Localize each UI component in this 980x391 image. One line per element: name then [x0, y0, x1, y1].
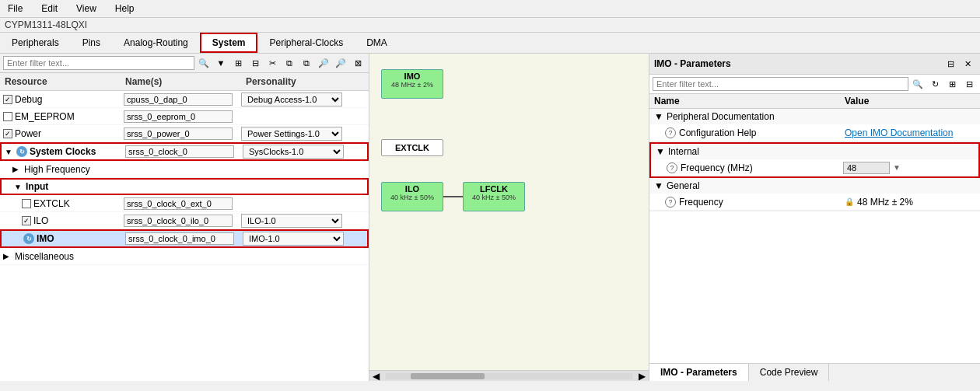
right-filter-refresh-icon[interactable]: ↻: [927, 76, 943, 92]
tree-row-debug: Debug Debug Access-1.0: [0, 91, 369, 108]
resource-input: ▼ Input: [2, 181, 122, 192]
checkbox-em-eeprom[interactable]: [3, 112, 12, 121]
expand-system-clocks[interactable]: ▼: [5, 148, 14, 156]
h-scrollbar[interactable]: ◀ ▶: [369, 370, 649, 381]
help-icon-gen-frequency[interactable]: ?: [665, 197, 676, 208]
toolbar-btn-5[interactable]: ⧉: [299, 55, 314, 71]
help-icon-frequency-mhz[interactable]: ?: [667, 162, 677, 173]
expand-high-frequency[interactable]: ▶: [12, 165, 22, 173]
tree-body: Debug Debug Access-1.0 EM_EEPROM: [0, 91, 369, 381]
lfclk-box-sub: 40 kHz ± 50%: [465, 194, 523, 201]
tab-dma[interactable]: DMA: [355, 33, 399, 52]
right-filter-input[interactable]: [653, 77, 908, 91]
param-label-config-help: Configuration Help: [679, 127, 756, 138]
right-panel: IMO - Parameters ⊟ ✕ 🔍 ↻ ⊞ ⊟ Name Value …: [649, 54, 980, 381]
toolbar-btn-6[interactable]: 🔎: [316, 55, 331, 71]
param-value-frequency-mhz: ▼: [838, 160, 978, 176]
right-filter-expand-icon[interactable]: ⊞: [944, 76, 960, 92]
right-panel-btn-2[interactable]: ✕: [960, 56, 975, 72]
bottom-tab-bar: IMO - Parameters Code Preview: [649, 363, 980, 381]
menu-view[interactable]: View: [72, 2, 101, 16]
section-header-general[interactable]: ▼ General: [649, 178, 980, 194]
personality-select-power[interactable]: Power Settings-1.0: [241, 127, 342, 141]
menu-help[interactable]: Help: [110, 2, 139, 16]
menu-edit[interactable]: Edit: [37, 2, 62, 16]
personality-select-debug[interactable]: Debug Access-1.0: [241, 93, 342, 106]
tree-row-imo[interactable]: ↻ IMO IMO-1.0: [0, 229, 369, 248]
frequency-dropdown-arrow[interactable]: ▼: [893, 163, 901, 172]
menu-file[interactable]: File: [3, 2, 27, 16]
toolbar-btn-7[interactable]: 🔎: [333, 55, 348, 71]
tree-header: Resource Name(s) Personality: [0, 73, 369, 91]
name-input-debug[interactable]: [124, 93, 233, 106]
resource-imo: ↻ IMO: [2, 233, 122, 244]
resource-debug: Debug: [0, 94, 121, 105]
checkbox-ilo[interactable]: [22, 216, 31, 225]
h-scroll-thumb[interactable]: [411, 373, 485, 379]
filter-options-btn[interactable]: ▼: [213, 55, 229, 71]
ilo-clock-box: ILO 40 kHz ± 50%: [381, 182, 443, 211]
tab-peripheral-clocks[interactable]: Peripheral-Clocks: [257, 33, 355, 52]
label-extclk: EXTCLK: [33, 198, 70, 209]
personality-select-system-clocks[interactable]: SysClocks-1.0: [243, 145, 344, 159]
tree-row-input: ▼ Input: [0, 178, 369, 195]
expand-miscellaneous[interactable]: ▶: [3, 252, 12, 260]
name-input-power[interactable]: [124, 127, 233, 140]
tree-row-power: Power Power Settings-1.0: [0, 125, 369, 142]
tree-row-ilo: ILO ILO-1.0: [0, 212, 369, 229]
resource-power: Power: [0, 128, 121, 139]
filter-icon-btn[interactable]: 🔍: [196, 55, 212, 71]
ilo-lfclk-connector: [443, 196, 463, 197]
tab-pins[interactable]: Pins: [71, 33, 112, 52]
right-filter-search-icon[interactable]: 🔍: [910, 76, 926, 92]
tree-row-em-eeprom: EM_EEPROM: [0, 108, 369, 125]
param-value-config-help: Open IMO Documentation: [840, 126, 980, 140]
tab-system[interactable]: System: [200, 33, 258, 53]
resource-miscellaneous: ▶ Miscellaneous: [0, 251, 121, 262]
extclk-clock-box: EXTCLK: [381, 139, 443, 156]
left-filter-input[interactable]: [3, 56, 194, 70]
help-icon-config-help[interactable]: ?: [665, 127, 676, 138]
toolbar-btn-3[interactable]: ✂: [264, 55, 280, 71]
right-panel-btn-1[interactable]: ⊟: [943, 56, 958, 72]
col-resource: Resource: [0, 75, 121, 89]
resource-system-clocks: ▼ ↻ System Clocks: [2, 146, 122, 157]
name-input-extclk[interactable]: [124, 197, 233, 210]
expand-input[interactable]: ▼: [14, 183, 23, 191]
title-bar: CYPM1311-48LQXI: [0, 18, 980, 33]
open-imo-doc-link[interactable]: Open IMO Documentation: [845, 127, 953, 138]
scroll-left-arrow[interactable]: ◀: [369, 371, 383, 382]
tab-analog-routing[interactable]: Analog-Routing: [112, 33, 200, 52]
checkbox-power[interactable]: [3, 129, 12, 138]
scroll-right-arrow[interactable]: ▶: [635, 371, 649, 382]
resource-em-eeprom: EM_EEPROM: [0, 111, 121, 122]
toolbar-btn-2[interactable]: ⊟: [247, 55, 263, 71]
personality-select-imo[interactable]: IMO-1.0: [243, 232, 344, 246]
lfclk-clock-box: LFCLK 40 kHz ± 50%: [463, 182, 525, 211]
toolbar-btn-8[interactable]: ⊠: [350, 55, 366, 71]
section-header-internal[interactable]: ▼ Internal: [651, 144, 978, 159]
section-peripheral-doc: ▼ Peripheral Documentation ? Configurati…: [649, 109, 980, 142]
name-input-imo[interactable]: [125, 232, 234, 245]
personality-power: Power Settings-1.0: [241, 127, 369, 141]
name-input-ilo[interactable]: [124, 215, 233, 227]
param-row-config-help: ? Configuration Help Open IMO Documentat…: [649, 124, 980, 141]
toolbar-btn-4[interactable]: ⧉: [282, 55, 297, 71]
params-col-value-header: Value: [840, 94, 980, 108]
bottom-tab-code-preview[interactable]: Code Preview: [749, 364, 830, 381]
checkbox-debug[interactable]: [3, 95, 12, 104]
checkbox-extclk[interactable]: [22, 199, 31, 208]
bottom-tab-imo-params[interactable]: IMO - Parameters: [649, 364, 749, 381]
name-input-system-clocks[interactable]: [125, 145, 234, 158]
tab-peripherals[interactable]: Peripherals: [0, 33, 71, 52]
ilo-box-title: ILO: [383, 184, 441, 194]
right-filter-collapse-icon[interactable]: ⊟: [961, 76, 977, 92]
section-header-peripheral-doc[interactable]: ▼ Peripheral Documentation: [649, 109, 980, 124]
section-label-internal: Internal: [668, 146, 699, 157]
names-ilo: [121, 215, 241, 227]
name-input-em-eeprom[interactable]: [124, 110, 233, 123]
frequency-input[interactable]: [843, 162, 890, 174]
col-names: Name(s): [121, 75, 241, 89]
personality-select-ilo[interactable]: ILO-1.0: [241, 214, 342, 228]
toolbar-btn-1[interactable]: ⊞: [230, 55, 246, 71]
